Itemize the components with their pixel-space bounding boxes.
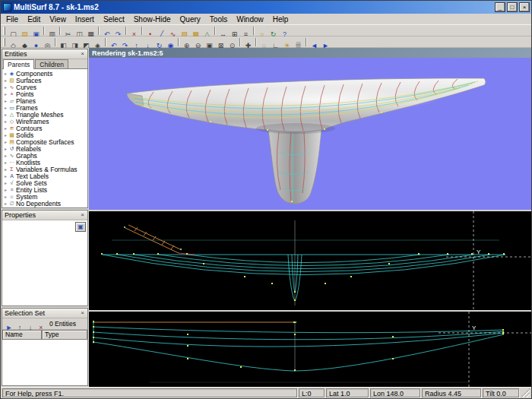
rotate-left-button[interactable]: ↶ [108,37,119,47]
spin-view-button[interactable]: ↻ [154,37,165,47]
toolbar-grip[interactable] [3,27,5,35]
bodyplan-viewport[interactable]: Y [89,211,531,310]
print-button[interactable]: ▥ [46,26,58,36]
front-view-button[interactable]: ◧ [58,37,69,47]
resize-grip[interactable] [521,388,530,397]
minimize-button[interactable]: _ [495,2,505,12]
delete-button[interactable]: × [128,26,140,36]
minimize-icon: _ [499,4,502,11]
close-panel-icon[interactable]: × [78,309,87,318]
menu-view[interactable]: View [45,14,71,25]
zoom-window-button[interactable]: ▣ [204,37,215,47]
selection-toolbar: ►↑↓× 0 Entities [2,318,87,330]
zoom-previous-button[interactable]: ⊙ [226,37,238,47]
menu-select[interactable]: Select [99,14,129,25]
expand-arrow-icon: ▸ [3,119,8,124]
curve-tool-button[interactable]: ∿ [167,26,179,36]
rotate-right-button[interactable]: ↷ [119,37,131,47]
point-tool-button[interactable]: • [144,26,156,36]
center-view-button[interactable]: ◌ [258,37,270,47]
orbit-view-button[interactable]: ◉ [165,37,176,47]
properties-pin-button[interactable]: ▣ [75,222,86,232]
rendering-viewport[interactable] [89,58,531,210]
grid-button[interactable]: ⊞ [229,26,240,36]
shaded-mode-button[interactable]: ◆ [19,37,30,47]
menu-window[interactable]: Window [232,14,268,25]
close-panel-icon[interactable]: × [78,211,87,220]
toolbar-separator [98,27,100,35]
cut-button[interactable]: ✂ [62,26,74,36]
maximize-button[interactable]: □ [507,2,518,12]
expand-arrow-icon: ▸ [3,105,8,110]
render-mode-button[interactable]: ● [30,37,42,47]
close-panel-icon[interactable]: × [78,50,87,59]
menu-edit[interactable]: Edit [23,14,45,25]
entities-item-no-dependents[interactable]: ▸ ∅ No Dependents [3,200,87,207]
zoom-fit-button[interactable]: ⊠ [215,37,226,47]
top-view-button[interactable]: ◩ [81,37,92,47]
mesh-tool-button[interactable]: △ [201,26,213,36]
display-settings-button[interactable]: ☼ [256,26,268,36]
paste-button[interactable]: ▦ [85,26,97,36]
expand-arrow-icon: ▸ [3,153,8,158]
line-tool-button[interactable]: ╱ [156,26,167,36]
tab-parents[interactable]: Parents [3,59,34,69]
layers-button[interactable]: ≡ [240,26,252,36]
copy-button[interactable]: ◫ [74,26,85,36]
measure-button[interactable]: ↔ [217,26,229,36]
toolbar-separator [239,38,241,46]
redo-button[interactable]: ↷ [112,26,124,36]
solid-tool-button[interactable]: ▩ [190,26,201,36]
toolbar-separator [105,38,106,46]
menu-insert[interactable]: Insert [71,14,99,25]
selection-remove-button[interactable]: × [36,319,46,329]
curves-icon: ∿ [8,84,15,90]
status-lat: Lat 1.0 [326,388,369,397]
selection-move-down-button[interactable]: ↓ [25,319,36,329]
rendering-window-titlebar[interactable]: Rendering sk-1.ms2:5 [89,48,531,58]
axis-marker-label: Y [472,325,477,331]
status-radius: Radius 4.45 [422,388,481,397]
menu-help[interactable]: Help [268,14,293,25]
background-button[interactable]: ▒ [293,37,304,47]
title-bar[interactable]: MultiSurf 8.7 - sk-1.ms2 _□× [1,1,531,14]
rotate-up-button[interactable]: ↑ [131,37,142,47]
toolbar-grip[interactable] [3,38,5,46]
rotate-down-button[interactable]: ↓ [142,37,154,47]
profile-viewport[interactable]: Y [89,312,531,388]
tab-children[interactable]: Children [35,59,68,68]
previous-view-button[interactable]: ◄ [309,37,320,47]
new-file-button[interactable]: ▢ [8,26,19,36]
main-area: Entities × Parents Children ▸ ◈ Componen… [1,48,531,387]
undo-button[interactable]: ↶ [101,26,112,36]
wireframe-mode-button[interactable]: ◇ [8,37,19,47]
save-button[interactable]: ▣ [30,26,42,36]
open-file-button[interactable]: ▤ [19,26,30,36]
menu-show-hide[interactable]: Show-Hide [129,14,176,25]
selection-move-up-button[interactable]: ↑ [14,319,25,329]
side-view-button[interactable]: ◨ [69,37,81,47]
expand-arrow-icon: ▸ [3,194,8,199]
refresh-button[interactable]: ↻ [268,26,279,36]
close-button[interactable]: × [519,2,530,12]
menu-tools[interactable]: Tools [205,14,232,25]
pan-button[interactable]: ✚ [242,37,254,47]
help-button[interactable]: ? [279,26,290,36]
next-view-button[interactable]: ► [320,37,331,47]
status-tilt: Tilt 0.0 [483,388,519,397]
axes-toggle-button[interactable]: ∟ [270,37,281,47]
expand-arrow-icon: ▸ [3,201,8,206]
column-header-name[interactable]: Name [2,330,42,340]
frames-icon: ▭ [8,104,15,111]
menu-file[interactable]: File [2,14,23,25]
surface-tool-button[interactable]: ▧ [179,26,190,36]
selection-pin-button[interactable]: ► [4,319,14,329]
lighting-button[interactable]: ☀ [281,37,293,47]
toolbar-separator [306,38,307,46]
zoom-out-button[interactable]: ⊖ [192,37,204,47]
menu-query[interactable]: Query [176,14,205,25]
iso-view-button[interactable]: ◈ [92,37,103,47]
zoom-in-button[interactable]: ⊕ [181,37,192,47]
hidden-line-button[interactable]: ◎ [42,37,53,47]
column-header-type[interactable]: Type [42,330,87,340]
